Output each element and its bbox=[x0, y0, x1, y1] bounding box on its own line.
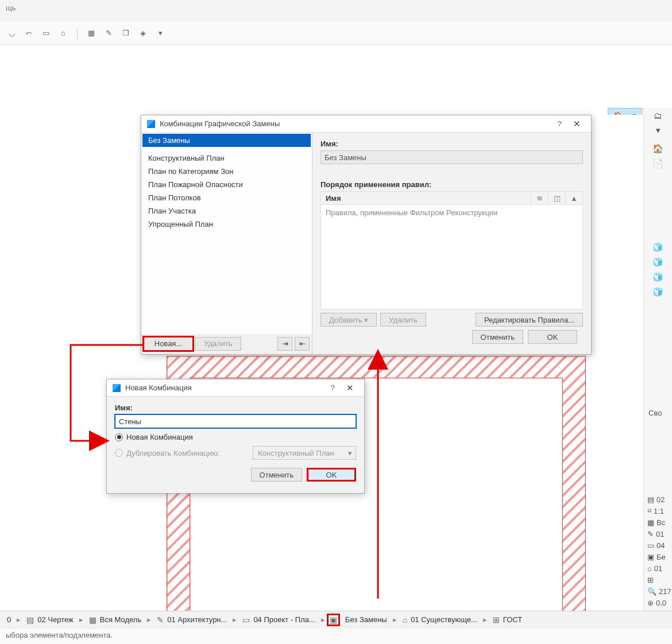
name-label: Имя: bbox=[115, 404, 356, 412]
pen-icon: ✎ bbox=[647, 530, 654, 538]
surface-override-icon[interactable]: ▲ bbox=[565, 192, 582, 204]
list-item[interactable]: План Потолков bbox=[142, 191, 311, 204]
tool-pen-icon[interactable]: ✎ bbox=[102, 26, 115, 40]
cancel-button[interactable]: Отменить bbox=[472, 330, 523, 344]
list-item[interactable]: План по Категориям Зон bbox=[142, 165, 311, 178]
dialog-new-combination: Новая Комбинация ? ✕ Имя: Новая Комбинац… bbox=[106, 379, 365, 494]
opt-row[interactable]: ⌗1:1 bbox=[645, 505, 671, 517]
tool-arc-icon[interactable]: ⤺ bbox=[22, 26, 36, 40]
expand-icon[interactable]: ▾ bbox=[644, 123, 672, 138]
opt-row[interactable]: ▦Вс bbox=[645, 517, 671, 528]
opt-row[interactable]: ⊕0,0 bbox=[645, 597, 671, 608]
radio-new-combination[interactable]: Новая Комбинация bbox=[115, 433, 356, 441]
dialog-title: Комбинации Графической Замены bbox=[160, 119, 551, 128]
dialog-titlebar[interactable]: Новая Комбинация ? ✕ bbox=[107, 379, 364, 397]
crumb-sep: ▸ bbox=[393, 615, 397, 624]
new-button[interactable]: Новая... bbox=[144, 337, 193, 351]
crumb-sep: ▸ bbox=[483, 615, 487, 624]
name-input[interactable] bbox=[115, 414, 356, 428]
crumb-override-icon-highlight[interactable]: ▣ bbox=[327, 614, 339, 626]
close-button[interactable]: ✕ bbox=[568, 119, 585, 129]
tool-polyline-icon[interactable]: ◡ bbox=[5, 26, 18, 40]
separator bbox=[77, 27, 78, 40]
opt-row[interactable]: ▭04 bbox=[645, 540, 671, 551]
ok-button[interactable]: OK bbox=[528, 330, 577, 344]
list-item[interactable]: Без Замены bbox=[142, 134, 311, 147]
layer-icon: ▤ bbox=[647, 495, 654, 504]
opt-row[interactable]: ⌂01 bbox=[645, 562, 671, 574]
menu-bar: щь bbox=[0, 0, 672, 22]
crumb-zoom[interactable]: 0 bbox=[3, 615, 14, 624]
tool-object-icon[interactable]: ❒ bbox=[119, 26, 133, 40]
opt-row[interactable]: ▤02 bbox=[645, 494, 671, 505]
crumb-mvo[interactable]: ▭04 Проект - Пла... bbox=[239, 615, 318, 624]
close-button[interactable]: ✕ bbox=[341, 383, 358, 393]
rules-header: Имя ≋ ◫ ▲ bbox=[320, 191, 583, 205]
name-field: Без Замены bbox=[320, 150, 583, 164]
reno-icon: ⌂ bbox=[647, 564, 652, 573]
tool-dropdown-icon[interactable]: ▾ bbox=[153, 26, 167, 40]
radio-label: Дублировать Комбинацию: bbox=[126, 449, 220, 457]
edit-rules-button[interactable]: Редактировать Правила... bbox=[476, 313, 583, 327]
combination-list[interactable]: Без Замены Конструктивный План План по К… bbox=[141, 133, 312, 335]
app-icon bbox=[113, 384, 121, 392]
dim-icon: ⊞ bbox=[493, 615, 500, 624]
rules-placeholder: Правила, примененные Фильтром Реконструк… bbox=[320, 205, 583, 309]
view-3d-icon-4[interactable]: 🧊 bbox=[644, 285, 672, 300]
crumb-penset[interactable]: ✎01 Архитектурн... bbox=[153, 615, 230, 624]
doc-node-icon[interactable]: 📄 bbox=[644, 156, 672, 171]
opt-row[interactable]: ✎01 bbox=[645, 528, 671, 540]
override-icon: ▣ bbox=[647, 553, 654, 561]
import-icon[interactable]: ⇥ bbox=[277, 337, 292, 351]
tool-grid-icon[interactable]: ▦ bbox=[84, 26, 98, 40]
add-rule-button: Добавить ▾ bbox=[320, 313, 377, 327]
crumb-sep: ▸ bbox=[147, 615, 151, 624]
line-override-icon[interactable]: ≋ bbox=[531, 192, 548, 204]
tool-home-icon[interactable]: ⌂ bbox=[56, 26, 70, 40]
layers-icon: ▤ bbox=[26, 615, 34, 624]
crumb-sep: ▸ bbox=[233, 615, 237, 624]
reno-icon: ⌂ bbox=[403, 615, 407, 624]
status-line: ыбора элемента/подэлемента. bbox=[0, 628, 672, 644]
fill-override-icon[interactable]: ◫ bbox=[548, 192, 565, 204]
crumb-dim[interactable]: ⊞ГОСТ bbox=[489, 615, 526, 624]
rules-label: Порядок применения правил: bbox=[320, 180, 583, 189]
quick-options-list: ▤02 ⌗1:1 ▦Вс ✎01 ▭04 ▣Бе ⌂01 ⊞ 🔍217 ⊕0,0 bbox=[643, 491, 672, 611]
house-node-icon[interactable]: 🏠 bbox=[644, 141, 672, 156]
tool-rect-icon[interactable]: ▭ bbox=[39, 26, 53, 40]
help-button[interactable]: ? bbox=[551, 119, 568, 128]
opt-row[interactable]: ▣Бе bbox=[645, 551, 671, 562]
radio-icon bbox=[115, 433, 123, 441]
crumb-override[interactable]: Без Замены bbox=[342, 615, 391, 624]
export-icon[interactable]: ⇤ bbox=[295, 337, 310, 351]
dialog-titlebar[interactable]: Комбинации Графической Замены ? ✕ bbox=[141, 115, 591, 133]
properties-header[interactable]: Сво bbox=[648, 409, 662, 417]
view-3d-icon-2[interactable]: 🧊 bbox=[644, 255, 672, 270]
crumb-reno[interactable]: ⌂01 Существующе... bbox=[399, 615, 481, 624]
view-3d-icon-3[interactable]: 🧊 bbox=[644, 270, 672, 285]
toolbar: ◡ ⤺ ▭ ⌂ ▦ ✎ ❒ ◈ ▾ bbox=[0, 22, 672, 45]
list-item[interactable]: План Пожарной Опасности bbox=[142, 178, 311, 191]
opt-row[interactable]: ⊞ bbox=[645, 574, 671, 585]
delete-button: Удалить bbox=[195, 337, 241, 351]
list-item[interactable]: Конструктивный План bbox=[142, 152, 311, 165]
help-button[interactable]: ? bbox=[324, 383, 341, 392]
structure-icon: ▦ bbox=[89, 615, 96, 624]
crumb-layers[interactable]: ▤02 Чертеж bbox=[23, 615, 77, 624]
tool-layers-icon[interactable]: ◈ bbox=[136, 26, 150, 40]
list-item[interactable]: План Участка bbox=[142, 204, 311, 218]
opt-row[interactable]: 🔍217 bbox=[645, 585, 671, 597]
menu-help[interactable]: щь bbox=[6, 3, 16, 12]
radio-duplicate-combination[interactable]: Дублировать Комбинацию: Конструктивный П… bbox=[115, 446, 356, 460]
list-item[interactable]: Упрощенный План bbox=[142, 218, 311, 231]
ok-button[interactable]: OK bbox=[307, 468, 356, 482]
cancel-button[interactable]: Отменить bbox=[251, 468, 302, 482]
dialog-graphic-override-combinations: Комбинации Графической Замены ? ✕ Без За… bbox=[141, 115, 592, 355]
crumb-partial[interactable]: ▦Вся Модель bbox=[86, 615, 145, 624]
view-3d-icon[interactable]: 🧊 bbox=[644, 240, 672, 255]
tree-icon[interactable]: 🗂 bbox=[644, 108, 672, 123]
radio-label: Новая Комбинация bbox=[126, 433, 193, 441]
pen-icon: ✎ bbox=[157, 615, 164, 624]
model-icon: ▦ bbox=[647, 518, 654, 527]
name-label: Имя: bbox=[320, 139, 583, 148]
